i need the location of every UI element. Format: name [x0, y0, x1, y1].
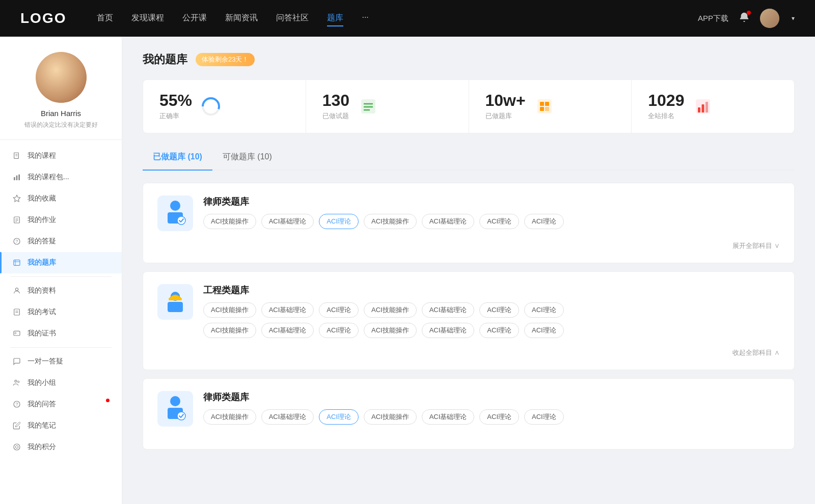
- notification-bell[interactable]: [739, 12, 750, 25]
- score-icon: [12, 442, 21, 452]
- cert-icon: [12, 329, 21, 338]
- tag-e-r1-0[interactable]: ACI技能操作: [203, 302, 256, 318]
- expand-link-lawyer-1[interactable]: 展开全部科目 ∨: [157, 241, 780, 250]
- svg-text:?: ?: [15, 402, 18, 407]
- svg-rect-47: [169, 298, 182, 300]
- bank-tags-lawyer-1: ACI技能操作 ACI基础理论 ACI理论 ACI技能操作 ACI基础理论 AC…: [203, 214, 780, 229]
- tag-e-r1-6[interactable]: ACI理论: [524, 302, 564, 318]
- pie-chart-icon: [201, 97, 221, 116]
- bar-icon-wrap: [692, 96, 714, 117]
- logo[interactable]: LOGO: [20, 10, 66, 26]
- nav-opencourse[interactable]: 公开课: [182, 11, 207, 26]
- tag-l1-1[interactable]: ACI基础理论: [261, 214, 314, 229]
- tag-e-r1-5[interactable]: ACI理论: [479, 302, 519, 318]
- stat-done-q-text: 130 已做试题: [322, 92, 349, 121]
- tag-l1-4[interactable]: ACI基础理论: [422, 214, 475, 229]
- tag-e-r2-6[interactable]: ACI理论: [524, 323, 564, 338]
- tag-l2-5[interactable]: ACI理论: [479, 409, 519, 425]
- stats-row: 55% 正确率 130 已做试题: [143, 79, 795, 133]
- sidebar-item-homework[interactable]: 我的作业: [0, 209, 122, 231]
- tag-l2-2[interactable]: ACI理论: [319, 409, 359, 425]
- nav-qa[interactable]: 问答社区: [276, 11, 309, 26]
- bank-card-lawyer-2: 律师类题库 ACI技能操作 ACI基础理论 ACI理论 ACI技能操作 ACI基…: [143, 378, 795, 450]
- tag-e-r2-1[interactable]: ACI基础理论: [261, 323, 314, 338]
- exam-icon: [12, 307, 21, 317]
- bank-card-engineer-header: 工程类题库 ACI技能操作 ACI基础理论 ACI理论 ACI技能操作 ACI基…: [157, 284, 780, 338]
- bank-tags-engineer-row1: ACI技能操作 ACI基础理论 ACI理论 ACI技能操作 ACI基础理论 AC…: [203, 302, 780, 318]
- sidebar-item-exam[interactable]: 我的考试: [0, 301, 122, 323]
- sidebar-item-profile[interactable]: 我的资料: [0, 280, 122, 301]
- tag-e-r2-5[interactable]: ACI理论: [479, 323, 519, 338]
- sidebar-label-favorites: 我的收藏: [28, 194, 56, 203]
- nav-news[interactable]: 新闻资讯: [225, 11, 258, 26]
- tab-available-banks[interactable]: 可做题库 (10): [212, 148, 282, 170]
- tag-l1-2[interactable]: ACI理论: [319, 214, 359, 229]
- tag-l1-6[interactable]: ACI理论: [524, 214, 564, 229]
- avatar-image: [36, 52, 87, 103]
- nav-discover[interactable]: 发现课程: [131, 11, 164, 26]
- app-download-button[interactable]: APP下载: [698, 14, 728, 23]
- tag-e-r2-3[interactable]: ACI技能操作: [364, 323, 417, 338]
- sidebar-item-coursepack[interactable]: 我的课程包...: [0, 166, 122, 188]
- sidebar-label-points: 我的积分: [28, 442, 56, 452]
- sidebar-item-favorites[interactable]: 我的收藏: [0, 188, 122, 209]
- tag-l1-0[interactable]: ACI技能操作: [203, 214, 256, 229]
- sidebar-item-myqa[interactable]: ? 我的问答: [0, 394, 122, 415]
- stat-rank-number: 1029: [648, 92, 684, 108]
- stat-done-banks: 10w+ 已做题库: [469, 80, 632, 133]
- sidebar-item-group[interactable]: 我的小组: [0, 372, 122, 394]
- tag-l1-3[interactable]: ACI技能操作: [364, 214, 417, 229]
- nav-more[interactable]: ···: [362, 11, 368, 26]
- svg-rect-36: [545, 102, 549, 106]
- tab-done-banks[interactable]: 已做题库 (10): [143, 148, 212, 170]
- nav-menu: 首页 发现课程 公开课 新闻资讯 问答社区 题库 ···: [97, 11, 698, 26]
- bank-card-lawyer-2-content: 律师类题库 ACI技能操作 ACI基础理论 ACI理论 ACI技能操作 ACI基…: [203, 391, 780, 425]
- tag-l2-1[interactable]: ACI基础理论: [261, 409, 314, 425]
- tag-l2-6[interactable]: ACI理论: [524, 409, 564, 425]
- tag-e-r2-4[interactable]: ACI基础理论: [422, 323, 475, 338]
- profile-avatar[interactable]: [36, 52, 87, 103]
- tag-l2-3[interactable]: ACI技能操作: [364, 409, 417, 425]
- nav-bank[interactable]: 题库: [327, 11, 343, 26]
- sidebar-item-bank[interactable]: 我的题库: [0, 252, 122, 273]
- qa-icon: ?: [12, 400, 21, 409]
- user-avatar[interactable]: [760, 9, 779, 28]
- tag-e-r1-2[interactable]: ACI理论: [319, 302, 359, 318]
- svg-text:?: ?: [16, 239, 18, 244]
- stat-done-b-number: 10w+: [485, 92, 526, 108]
- tag-e-r2-2[interactable]: ACI理论: [319, 323, 359, 338]
- stat-accuracy-number: 55%: [159, 92, 192, 108]
- tag-e-r2-0[interactable]: ACI技能操作: [203, 323, 256, 338]
- tag-l1-5[interactable]: ACI理论: [479, 214, 519, 229]
- tag-l2-4[interactable]: ACI基础理论: [422, 409, 475, 425]
- avatar-image: [760, 9, 779, 28]
- collapse-link-engineer[interactable]: 收起全部科目 ∧: [157, 348, 780, 357]
- sidebar-item-1on1[interactable]: 一对一答疑: [0, 351, 122, 372]
- user-menu-chevron[interactable]: ▾: [792, 15, 795, 22]
- tag-e-r1-4[interactable]: ACI基础理论: [422, 302, 475, 318]
- page-wrap: Brian Harris 错误的决定比没有决定要好 我的课程 我的课程包...: [0, 37, 815, 504]
- sidebar-item-questions[interactable]: ? 我的答疑: [0, 231, 122, 252]
- list-icon-wrap: [358, 96, 379, 117]
- svg-point-45: [177, 216, 185, 225]
- svg-rect-4: [16, 176, 18, 180]
- sidebar-label-cert: 我的证书: [28, 329, 56, 338]
- sidebar-item-points[interactable]: 我的积分: [0, 436, 122, 458]
- stat-done-b-text: 10w+ 已做题库: [485, 92, 526, 121]
- svg-point-16: [15, 288, 18, 291]
- lawyer-icon-2: [157, 391, 193, 427]
- bank-card-engineer-content: 工程类题库 ACI技能操作 ACI基础理论 ACI理论 ACI技能操作 ACI基…: [203, 284, 780, 338]
- svg-rect-38: [545, 107, 549, 111]
- bank-tags-engineer-row2: ACI技能操作 ACI基础理论 ACI理论 ACI技能操作 ACI基础理论 AC…: [203, 323, 780, 338]
- tag-e-r1-1[interactable]: ACI基础理论: [261, 302, 314, 318]
- sidebar-item-notes[interactable]: 我的笔记: [0, 415, 122, 436]
- stat-done-questions: 130 已做试题: [306, 80, 469, 133]
- nav-home[interactable]: 首页: [97, 11, 113, 26]
- page-title: 我的题库: [143, 52, 187, 67]
- qa-badge-dot: [106, 399, 110, 402]
- profile-motto: 错误的决定比没有决定要好: [24, 121, 98, 129]
- sidebar-item-cert[interactable]: 我的证书: [0, 323, 122, 344]
- tag-l2-0[interactable]: ACI技能操作: [203, 409, 256, 425]
- tag-e-r1-3[interactable]: ACI技能操作: [364, 302, 417, 318]
- sidebar-item-courses[interactable]: 我的课程: [0, 145, 122, 166]
